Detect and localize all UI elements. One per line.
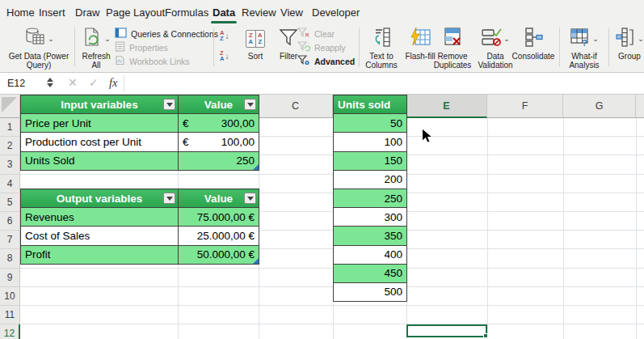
cell-b9[interactable]: 50.000,00 €	[179, 245, 259, 264]
output-variables-table: Output variables Value Revenues 75.000,0…	[20, 189, 259, 265]
chevron-down-icon: ⌄	[503, 36, 510, 42]
row-header-8[interactable]: 8	[0, 249, 20, 268]
advanced-filter-label: Advanced	[314, 57, 355, 66]
menu-item-review[interactable]: Review	[242, 6, 276, 19]
sort-ascending-button[interactable]: A Z ↓	[220, 28, 229, 43]
row-header-3[interactable]: 3	[0, 155, 20, 174]
cell-b4[interactable]: 250	[179, 151, 259, 170]
menu-item-formulas[interactable]: Formulas	[165, 6, 208, 19]
cell-d9[interactable]: 400	[334, 245, 407, 264]
filter-dropdown-button[interactable]	[163, 193, 175, 204]
cell-d2[interactable]: 50	[334, 114, 407, 133]
cell-a7[interactable]: Revenues	[21, 208, 179, 227]
column-header-e[interactable]: E	[406, 95, 487, 118]
cell-a2[interactable]: Price per Unit	[21, 114, 179, 133]
reapply-filter-button[interactable]: Reapply	[297, 42, 360, 53]
enter-icon[interactable]: ✓	[89, 76, 99, 89]
column-header-f[interactable]: F	[487, 95, 563, 118]
filter-dropdown-button[interactable]	[244, 99, 256, 110]
stepper-up-icon	[47, 78, 53, 82]
cell-b8[interactable]: 25.000,00 €	[179, 227, 259, 245]
clear-filter-label: Clear	[314, 29, 335, 39]
cell-d3[interactable]: 100	[334, 133, 407, 151]
filter-dropdown-button[interactable]	[244, 193, 256, 204]
cell-a8[interactable]: Cost of Sales	[21, 227, 179, 245]
cell-a4[interactable]: Units Sold	[21, 151, 179, 170]
menu-item-developer[interactable]: Developer	[312, 6, 360, 19]
row-header-1[interactable]: 1	[0, 118, 20, 137]
group-button[interactable]: ⌄ Group	[612, 27, 644, 70]
row-header-7[interactable]: 7	[0, 231, 20, 249]
advanced-filter-icon	[297, 54, 310, 69]
fill-handle[interactable]	[483, 333, 488, 338]
remove-duplicates-button[interactable]: Remove Duplicates	[431, 27, 474, 70]
workbook-links-button[interactable]: Workbook Links	[115, 56, 212, 67]
row-header-4[interactable]: 4	[0, 175, 20, 193]
menu-item-data[interactable]: Data	[213, 6, 235, 19]
select-all-corner[interactable]	[0, 95, 20, 118]
cell-a1[interactable]: Input variables	[21, 95, 179, 114]
menu-item-home[interactable]: Home	[6, 6, 35, 19]
workbook-links-icon	[115, 54, 125, 69]
cell-b2[interactable]: €300,00	[179, 114, 259, 133]
queries-connections-label: Queries & Connections	[131, 29, 218, 39]
cell-d1[interactable]: Units sold	[334, 95, 407, 114]
row-header-6[interactable]: 6	[0, 212, 20, 231]
cell-d10[interactable]: 450	[334, 264, 407, 282]
text-to-columns-button[interactable]: Text to Columns	[361, 27, 402, 70]
active-cell-selection	[406, 324, 487, 337]
filter-dropdown-button[interactable]	[163, 99, 175, 110]
clear-filter-button[interactable]: Clear	[297, 28, 360, 40]
cell-a9[interactable]: Profit	[21, 245, 179, 264]
consolidate-button[interactable]: Consolidate	[512, 27, 554, 70]
menu-item-view[interactable]: View	[280, 6, 303, 19]
cell-d6[interactable]: 250	[334, 189, 407, 207]
menu-item-draw[interactable]: Draw	[75, 6, 99, 19]
name-box-stepper[interactable]	[47, 78, 53, 87]
cell-b3[interactable]: €100,00	[179, 133, 259, 151]
row-header-11[interactable]: 11	[0, 306, 20, 324]
row-header-12[interactable]: 12	[0, 324, 20, 339]
cell-a3[interactable]: Production cost per Unit	[21, 133, 179, 151]
insert-function-icon[interactable]: fx	[109, 76, 117, 90]
sort-button[interactable]: ZA AZ Sort	[239, 27, 271, 70]
cancel-icon[interactable]: ✕	[68, 76, 78, 89]
cell-d8[interactable]: 350	[334, 227, 407, 245]
ribbon-divider	[74, 28, 75, 66]
menu-item-insert[interactable]: Insert	[39, 6, 65, 19]
what-if-analysis-button[interactable]: ? ⌄ What-if Analysis	[563, 27, 605, 70]
down-arrow-icon: ↓	[225, 32, 229, 40]
column-header-c[interactable]: C	[259, 95, 333, 118]
data-validation-button[interactable]: ⌄ Data Validation	[475, 27, 516, 70]
row-header-9[interactable]: 9	[0, 269, 20, 287]
cell-d7[interactable]: 300	[334, 208, 407, 227]
cell-b1[interactable]: Value	[179, 95, 259, 114]
cell-b7[interactable]: 75.000,00 €	[179, 208, 259, 227]
ribbon-divider	[359, 28, 360, 66]
formula-bar-divider	[124, 75, 124, 92]
queries-connections-button[interactable]: Queries & Connections	[115, 28, 212, 40]
reapply-filter-icon	[297, 40, 310, 55]
row-header-5[interactable]: 5	[0, 193, 20, 212]
cell-d5[interactable]: 200	[334, 170, 407, 189]
properties-button[interactable]: Properties	[115, 42, 212, 53]
active-tab-underline	[211, 21, 237, 23]
cell-d11[interactable]: 500	[334, 282, 407, 301]
refresh-all-button[interactable]: ⌄ Refresh All	[78, 27, 115, 70]
get-data-button[interactable]: ⌄ Get Data (Power Query)	[5, 27, 73, 70]
chevron-down-icon: ⌄	[592, 36, 599, 42]
row-header-2[interactable]: 2	[0, 137, 20, 155]
data-validation-label: Data Validation	[475, 52, 516, 70]
ribbon: ⌄ Get Data (Power Query) ⌄ Refresh All	[0, 24, 644, 73]
column-header-g[interactable]: G	[563, 95, 636, 118]
what-if-analysis-icon: ?	[570, 27, 591, 51]
menu-item-page-layout[interactable]: Page Layout	[106, 6, 165, 19]
cell-a6[interactable]: Output variables	[21, 189, 179, 208]
advanced-filter-button[interactable]: Advanced	[297, 56, 360, 67]
row-header-10[interactable]: 10	[0, 287, 20, 306]
cell-d4[interactable]: 150	[334, 151, 407, 170]
cell-b6[interactable]: Value	[179, 189, 259, 208]
sort-descending-button[interactable]: Z A ↓	[220, 49, 229, 63]
properties-label: Properties	[129, 43, 168, 53]
name-box[interactable]: E12	[7, 78, 25, 89]
